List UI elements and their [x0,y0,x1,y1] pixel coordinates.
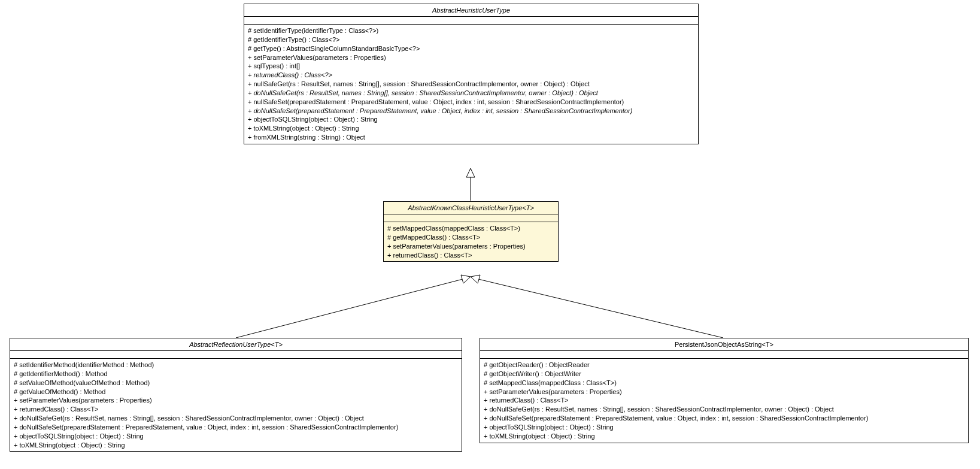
method-row: # setIdentifierType(identifierType : Cla… [248,26,694,35]
method-row: + setParameterValues(parameters : Proper… [484,388,964,397]
method-row: + objectToSQLString(object : Object) : S… [14,432,458,441]
method-row: + returnedClass() : Class<T> [484,396,964,405]
method-row: # getObjectReader() : ObjectReader [484,361,964,370]
methods-compartment: # setIdentifierType(identifierType : Cla… [244,25,698,144]
method-row: + sqlTypes() : int[] [248,62,694,71]
generalization-arrow-icon [461,275,471,283]
method-row: + nullSafeSet(preparedStatement : Prepar… [248,98,694,107]
method-row: # getIdentifierMethod() : Method [14,370,458,379]
method-row: + objectToSQLString(object : Object) : S… [248,115,694,124]
generalization-arrow-icon [471,275,480,283]
generalization-line [236,279,463,338]
class-abstract-heuristic-user-type: AbstractHeuristicUserType # setIdentifie… [244,4,699,144]
attributes-compartment [244,17,698,25]
class-abstract-known-class-heuristic-user-type: AbstractKnownClassHeuristicUserType<T> #… [383,201,559,262]
method-row: # setMappedClass(mappedClass : Class<T>) [484,379,964,388]
class-persistent-json-object-as-string: PersistentJsonObjectAsString<T> # getObj… [480,338,969,443]
method-row: # getMappedClass() : Class<T> [387,233,554,242]
method-row: + doNullSafeSet(preparedStatement : Prep… [248,107,694,116]
method-row: + returnedClass() : Class<T> [14,405,458,414]
class-name: AbstractHeuristicUserType [244,4,698,17]
class-name: AbstractKnownClassHeuristicUserType<T> [384,202,558,214]
method-row: + setParameterValues(parameters : Proper… [387,242,554,251]
method-row: + returnedClass() : Class<?> [248,71,694,80]
method-row: + doNullSafeGet(rs : ResultSet, names : … [484,405,964,414]
method-row: # getIdentifierType() : Class<?> [248,35,694,44]
method-row: # getValueOfMethod() : Method [14,388,458,397]
attributes-compartment [10,351,462,359]
method-row: + fromXMLString(string : String) : Objec… [248,133,694,142]
method-row: + returnedClass() : Class<T> [387,251,554,260]
methods-compartment: # getObjectReader() : ObjectReader# getO… [480,359,968,443]
methods-compartment: # setIdentifierMethod(identifierMethod :… [10,359,462,451]
method-row: + doNullSafeSet(preparedStatement : Prep… [484,414,964,423]
method-row: + doNullSafeGet(rs : ResultSet, names : … [14,414,458,423]
generalization-arrow-icon [466,168,475,177]
class-abstract-reflection-user-type: AbstractReflectionUserType<T> # setIdent… [10,338,462,452]
class-name: PersistentJsonObjectAsString<T> [480,338,968,351]
attributes-compartment [384,214,558,222]
methods-compartment: # setMappedClass(mappedClass : Class<T>)… [384,222,558,261]
method-row: # setIdentifierMethod(identifierMethod :… [14,361,458,370]
method-row: + toXMLString(object : Object) : String [484,432,964,441]
method-row: + toXMLString(object : Object) : String [14,441,458,450]
method-row: # setValueOfMethod(valueOfMethod : Metho… [14,379,458,388]
method-row: + objectToSQLString(object : Object) : S… [484,423,964,432]
class-name: AbstractReflectionUserType<T> [10,338,462,351]
method-row: # setMappedClass(mappedClass : Class<T>) [387,224,554,233]
method-row: + toXMLString(object : Object) : String [248,124,694,133]
method-row: + nullSafeGet(rs : ResultSet, names : St… [248,80,694,89]
method-row: + setParameterValues(parameters : Proper… [14,396,458,405]
attributes-compartment [480,351,968,359]
generalization-line [478,279,723,338]
method-row: # getObjectWriter() : ObjectWriter [484,370,964,379]
method-row: # getType() : AbstractSingleColumnStanda… [248,44,694,53]
method-row: + setParameterValues(parameters : Proper… [248,53,694,62]
method-row: + doNullSafeGet(rs : ResultSet, names : … [248,89,694,98]
method-row: + doNullSafeSet(preparedStatement : Prep… [14,423,458,432]
